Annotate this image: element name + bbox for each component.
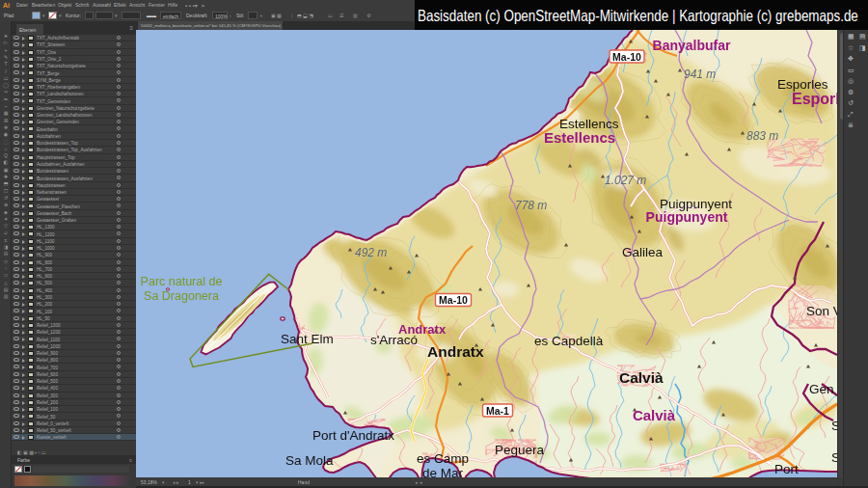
svg-text:Puigpunyent: Puigpunyent	[646, 209, 728, 225]
svg-text:Sa Dragonera: Sa Dragonera	[144, 289, 219, 303]
svg-text:492 m: 492 m	[355, 246, 387, 259]
svg-text:Ma-10: Ma-10	[612, 51, 641, 63]
svg-text:Ma-1: Ma-1	[486, 405, 509, 417]
svg-text:Sa Mola: Sa Mola	[285, 453, 334, 468]
svg-text:Port d'Andratx: Port d'Andratx	[312, 428, 394, 443]
svg-text:778 m: 778 m	[515, 199, 547, 212]
svg-text:941 m: 941 m	[684, 68, 716, 81]
svg-text:Peguera: Peguera	[495, 443, 545, 457]
svg-text:Andratx: Andratx	[398, 322, 447, 337]
svg-text:es Capdellà: es Capdellà	[534, 334, 604, 348]
svg-text:Estellencs: Estellencs	[544, 129, 615, 146]
svg-text:Banyalbufar: Banyalbufar	[653, 38, 731, 53]
svg-text:Parc natural de: Parc natural de	[141, 275, 223, 288]
svg-text:Calvià: Calvià	[633, 407, 676, 423]
svg-text:Calvià: Calvià	[619, 369, 664, 386]
svg-text:Esporles: Esporles	[777, 77, 828, 92]
svg-text:Ma-10: Ma-10	[439, 294, 468, 306]
svg-text:883 m: 883 m	[746, 129, 778, 143]
svg-text:Son V: Son V	[806, 304, 837, 318]
svg-text:Andratx: Andratx	[427, 343, 484, 360]
svg-text:Sant Elm: Sant Elm	[281, 332, 334, 346]
svg-text:Galilea: Galilea	[622, 245, 664, 259]
svg-text:Gen: Gen	[809, 382, 834, 396]
svg-text:es Camp: es Camp	[417, 451, 469, 466]
svg-text:Esporles: Esporles	[792, 91, 837, 107]
svg-text:Port: Port	[774, 462, 799, 476]
svg-text:de Mar: de Mar	[422, 466, 464, 477]
svg-text:1.027 m: 1.027 m	[605, 174, 646, 187]
